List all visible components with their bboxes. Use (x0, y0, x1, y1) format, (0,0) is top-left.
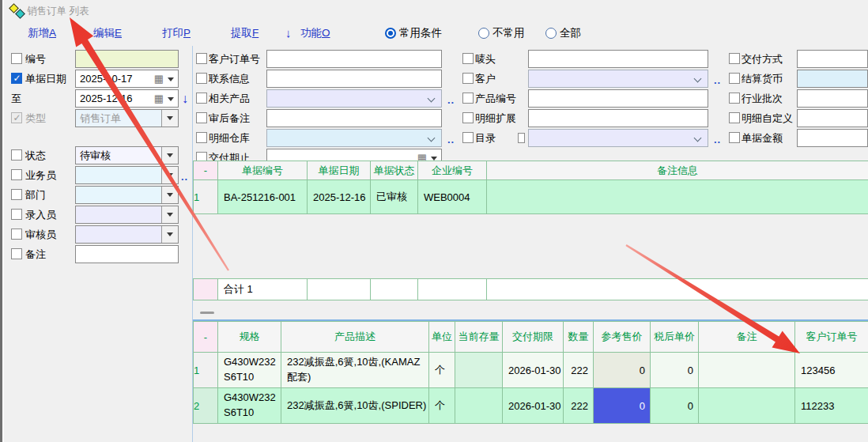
radio-uncommon[interactable] (478, 28, 489, 39)
filter-col4-1-checkbox[interactable] (729, 73, 740, 84)
filter-left-8-checkbox[interactable] (11, 229, 22, 240)
filter-col3-1-combo[interactable] (528, 70, 708, 88)
orders-row-0-cell-0[interactable]: 1 (194, 180, 218, 214)
filter-left-3-checkbox[interactable] (11, 112, 22, 123)
detail-row-1-cell-9[interactable] (699, 388, 795, 424)
filter-col2-4-browse-dots-button[interactable]: .. (447, 134, 455, 145)
detail-row-1-cell-5[interactable]: 2026-01-30 (503, 388, 564, 424)
filter-left-4-checkbox[interactable] (11, 149, 22, 161)
filter-left-1-calendar-icon[interactable]: ▦ (154, 74, 164, 84)
orders-row-0-cell-5[interactable] (487, 180, 868, 214)
filter-col2-4-chevron-down-icon[interactable] (428, 134, 436, 142)
filter-left-5-browse-dots-button[interactable]: .. (181, 171, 188, 183)
detail-row-1-cell-2[interactable]: 232减振盘,6簧,10齿,(SPIDER) (281, 388, 429, 424)
detail-row-1-cell-1[interactable]: G430W232S6T10 (218, 388, 281, 424)
filter-col2-4-combo[interactable] (266, 129, 442, 147)
filter-left-3-select[interactable]: 销售订单 (75, 109, 179, 127)
filter-col2-2-checkbox[interactable] (196, 93, 207, 104)
filter-left-5-select[interactable] (75, 166, 179, 184)
detail-row-1-cell-3[interactable]: 个 (429, 388, 455, 424)
filter-left-5-dropdown-button[interactable] (161, 167, 178, 183)
filter-left-9-input[interactable] (75, 245, 179, 263)
filter-col2-3-input[interactable] (266, 109, 442, 127)
filter-col3-2-input[interactable] (528, 89, 708, 108)
filter-col3-1-chevron-down-icon[interactable] (694, 75, 702, 83)
orders-row-0-cell-2[interactable]: 2025-12-16 (308, 180, 371, 214)
filter-col2-2-chevron-down-icon[interactable] (428, 95, 436, 103)
detail-row-1-cell-6[interactable]: 222 (564, 388, 594, 424)
filter-col4-2-input[interactable] (797, 89, 868, 108)
detail-row-1-cell-10[interactable]: 112233 (795, 388, 868, 424)
filter-left-6-checkbox[interactable] (11, 189, 22, 200)
detail-row-0-cell-6[interactable]: 222 (564, 353, 594, 388)
orders-row-0-cell-3[interactable]: 已审核 (371, 180, 418, 214)
filter-col2-0-input[interactable] (266, 50, 442, 68)
filter-left-1-checkbox[interactable] (11, 73, 22, 84)
filter-left-2-calendar-icon[interactable]: ▦ (154, 93, 164, 104)
filter-left-0-input[interactable] (75, 50, 179, 68)
filter-left-7-select[interactable] (75, 206, 179, 224)
filter-col2-2-browse-dots-button[interactable]: .. (447, 94, 455, 106)
filter-col3-4-browse-dots-button[interactable]: .. (714, 134, 721, 145)
filter-col4-2-checkbox[interactable] (729, 93, 740, 104)
filter-left-7-dropdown-button[interactable] (161, 206, 178, 223)
orders-row-0-cell-1[interactable]: BA-251216-001 (218, 180, 308, 214)
function-button[interactable]: 功能O (300, 26, 330, 40)
filter-left-3-dropdown-button[interactable] (161, 110, 178, 127)
detail-row-0-cell-7[interactable]: 0 (594, 353, 651, 388)
filter-col4-0-checkbox[interactable] (729, 53, 740, 64)
filter-left-4-dropdown-button[interactable] (161, 147, 178, 164)
filter-col3-2-checkbox[interactable] (462, 93, 474, 104)
filter-left-8-dropdown-button[interactable] (161, 226, 178, 243)
filter-left-1-date-dropdown-icon[interactable] (168, 77, 174, 81)
filter-col3-4-combo[interactable] (528, 129, 708, 147)
detail-row-0-cell-10[interactable]: 123456 (795, 353, 868, 388)
detail-row-0-cell-9[interactable] (699, 353, 795, 388)
filter-col3-4-extra-checkbox[interactable] (518, 133, 525, 143)
filter-col3-3-input[interactable] (528, 109, 708, 127)
edit-button[interactable]: 编辑E (93, 26, 122, 40)
orders-row-0-cell-4[interactable]: WEB0004 (418, 180, 487, 214)
filter-left-2-date-dropdown-icon[interactable] (168, 97, 174, 101)
filter-left-2-date-input[interactable]: 2025-12-16▦ (75, 89, 179, 108)
filter-col3-1-checkbox[interactable] (462, 73, 474, 84)
detail-row-0-cell-5[interactable]: 2026-01-30 (503, 353, 564, 388)
filter-col4-1-input[interactable] (797, 70, 868, 88)
filter-left-7-checkbox[interactable] (11, 209, 22, 220)
detail-row-0-cell-0[interactable]: 1 (194, 353, 218, 388)
filter-col4-4-checkbox[interactable] (729, 132, 740, 143)
new-button[interactable]: 新增A (28, 26, 56, 40)
filter-col2-1-checkbox[interactable] (196, 73, 207, 84)
filter-col2-1-input[interactable] (266, 70, 442, 88)
filter-col2-4-checkbox[interactable] (196, 132, 207, 143)
filter-col4-0-input[interactable] (797, 50, 868, 68)
filter-left-6-dropdown-button[interactable] (161, 187, 178, 203)
filter-left-1-date-input[interactable]: 2025-10-17▦ (75, 70, 179, 88)
filter-col2-2-combo[interactable] (266, 89, 442, 108)
detail-row-0-cell-2[interactable]: 232减振盘,6簧,10齿,(KAMAZ配套) (281, 353, 429, 388)
detail-row-1-cell-4[interactable] (455, 388, 503, 424)
filter-col3-0-checkbox[interactable] (462, 53, 474, 64)
splitter-handle[interactable] (200, 312, 214, 314)
filter-col3-4-checkbox[interactable] (462, 132, 474, 143)
detail-row-0-cell-3[interactable]: 个 (429, 353, 455, 388)
filter-left-9-checkbox[interactable] (11, 248, 22, 259)
detail-row-1-cell-7[interactable]: 0 (594, 388, 651, 424)
filter-col4-3-checkbox[interactable] (729, 112, 740, 123)
filter-left-5-checkbox[interactable] (11, 169, 22, 180)
filter-col3-0-input[interactable] (528, 50, 708, 68)
filter-col2-0-checkbox[interactable] (196, 53, 207, 64)
extract-button[interactable]: 提取F (231, 26, 259, 40)
detail-row-0-cell-1[interactable]: G430W232S6T10 (218, 353, 281, 388)
filter-col3-4-chevron-down-icon[interactable] (694, 134, 702, 142)
filter-col3-3-checkbox[interactable] (462, 112, 474, 123)
filter-left-8-select[interactable] (75, 225, 179, 244)
detail-row-0-cell-8[interactable]: 0 (651, 353, 699, 388)
filter-col4-3-input[interactable] (797, 109, 868, 127)
filter-left-0-checkbox[interactable] (11, 53, 22, 64)
filter-col2-3-checkbox[interactable] (196, 112, 207, 123)
radio-all[interactable] (545, 28, 557, 39)
filter-left-6-select[interactable] (75, 186, 179, 204)
filter-col3-1-browse-dots-button[interactable]: .. (714, 74, 721, 86)
detail-row-1-cell-0[interactable]: 2 (194, 388, 218, 424)
